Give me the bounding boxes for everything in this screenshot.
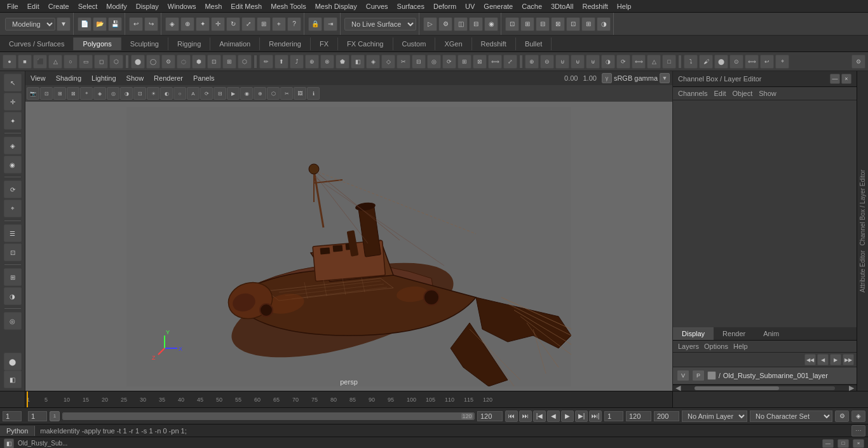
menu-edit-mesh[interactable]: Edit Mesh [226, 1, 266, 11]
disp2-btn[interactable]: ⊞ [520, 17, 534, 31]
range-bar[interactable]: 120 [62, 412, 475, 420]
vp-playback-btn[interactable]: ▶ [227, 87, 240, 100]
offset-btn[interactable]: ⤢ [503, 55, 517, 69]
select-mode-btn[interactable]: ↖ [4, 74, 22, 92]
poly-sphere2-btn[interactable]: ⬤ [131, 55, 145, 69]
scroll-left-btn[interactable]: ◀ [673, 385, 683, 391]
paint-select-btn[interactable]: ✦ [4, 112, 22, 130]
render-view-btn[interactable]: ◫ [454, 17, 468, 31]
poly-platonic-btn[interactable]: ⬡ [109, 55, 123, 69]
menu-mesh-display[interactable]: Mesh Display [311, 1, 362, 11]
menu-mesh-tools[interactable]: Mesh Tools [266, 1, 310, 11]
play-fwd-btn[interactable]: ▶ [561, 411, 574, 422]
new-file-btn[interactable]: 📄 [78, 17, 92, 31]
vp-view-menu[interactable]: View [28, 73, 48, 83]
vp-fit-btn[interactable]: ⊡ [40, 87, 53, 100]
disp7-btn[interactable]: ◑ [597, 17, 611, 31]
render-btn[interactable]: ▷ [423, 17, 437, 31]
poly-prim8-btn[interactable]: ⬡ [238, 55, 252, 69]
vp-show-menu[interactable]: Show [124, 73, 147, 83]
paint-btn[interactable]: ✦ [196, 17, 210, 31]
reverse-btn[interactable]: ↩ [760, 55, 774, 69]
vp-shadow-btn[interactable]: ◐ [160, 87, 173, 100]
tab-sculpting[interactable]: Sculpting [121, 37, 168, 50]
menu-display[interactable]: Display [132, 1, 163, 11]
vp-snap-btn[interactable]: ⌖ [80, 87, 93, 100]
menu-create[interactable]: Create [44, 1, 74, 11]
display-all-btn[interactable]: ⊡ [4, 243, 22, 261]
poly-disk-btn[interactable]: ◻ [94, 55, 108, 69]
panel-minimize-btn[interactable]: — [830, 74, 840, 84]
vp-lighting-menu[interactable]: Lighting [89, 73, 119, 83]
range-end-input[interactable] [477, 411, 503, 421]
pen-tool-btn[interactable]: ✏ [259, 55, 273, 69]
tab-bullet[interactable]: Bullet [516, 37, 552, 50]
tab-xgen[interactable]: XGen [435, 37, 471, 50]
open-file-btn[interactable]: 📂 [93, 17, 107, 31]
snap-curve-btn[interactable]: ⇥ [323, 17, 337, 31]
separate-btn[interactable]: ⊖ [540, 55, 554, 69]
tab-redshift[interactable]: Redshift [472, 37, 516, 50]
layer-tab-render[interactable]: Render [714, 327, 754, 340]
vp-shading-btn[interactable]: ◑ [120, 87, 133, 100]
quadrangulate-btn[interactable]: □ [662, 55, 676, 69]
sculpt-btn[interactable]: ⬤ [714, 55, 728, 69]
extrude-btn[interactable]: ⬆ [275, 55, 288, 69]
scroll-right-btn[interactable]: ▶ [846, 385, 857, 391]
poly-torus-btn[interactable]: ○ [64, 55, 78, 69]
relax-btn[interactable]: ⊙ [729, 55, 743, 69]
loop-tool-btn[interactable]: ⟳ [4, 180, 22, 198]
bool-union-btn[interactable]: ⊍ [555, 55, 569, 69]
go-end-btn[interactable]: ⏭| [589, 411, 602, 422]
timeline-numbers[interactable]: 1 5 10 15 20 25 30 35 40 45 50 55 60 65 … [25, 391, 672, 407]
layer-playback-btn[interactable]: P [692, 370, 705, 381]
vp-hud-btn[interactable]: ⊟ [214, 87, 226, 100]
vp-renderer-menu[interactable]: Renderer [151, 73, 186, 83]
window-icon[interactable]: ◧ [4, 438, 14, 449]
append-btn[interactable]: ⊕ [305, 55, 319, 69]
redo-btn[interactable]: ↪ [144, 17, 158, 31]
poly-prim7-btn[interactable]: ⊞ [222, 55, 236, 69]
layer-color-swatch[interactable] [707, 371, 716, 380]
poly-cylinder-btn[interactable]: ⬛ [33, 55, 47, 69]
step-back-btn[interactable]: ⏭ [519, 411, 532, 422]
soft-mod-btn[interactable]: ⌖ [272, 17, 286, 31]
snap-view-btn[interactable]: ⬤ [4, 353, 22, 370]
transform-mode-btn[interactable]: ✛ [4, 93, 22, 111]
anim-layer-dropdown[interactable]: No Anim Layer [682, 411, 747, 422]
settings-btn[interactable]: ⚙ [851, 55, 865, 69]
menu-curves[interactable]: Curves [362, 1, 393, 11]
channel-box-side-label[interactable]: Channel Box / Layer Editor [858, 167, 867, 248]
transfer-btn[interactable]: ⤵ [684, 55, 698, 69]
vp-clip-btn[interactable]: ✂ [280, 87, 293, 100]
timeline-playhead[interactable] [27, 391, 28, 407]
disp3-btn[interactable]: ⊟ [536, 17, 550, 31]
layer-tb-next2-btn[interactable]: ▶▶ [843, 354, 854, 365]
vp-panels-menu[interactable]: Panels [191, 73, 217, 83]
retopo-btn[interactable]: ⟳ [616, 55, 630, 69]
triangulate-btn[interactable]: △ [647, 55, 661, 69]
undo-btn[interactable]: ↩ [129, 17, 143, 31]
menu-surfaces[interactable]: Surfaces [393, 1, 429, 11]
ipr-btn[interactable]: ◉ [484, 17, 498, 31]
bevel-btn[interactable]: ◈ [366, 55, 380, 69]
layer-row[interactable]: V P / Old_Rusty_Submarine_001_layer [673, 367, 857, 384]
vp-cam-btn[interactable]: 📷 [27, 87, 39, 100]
scroll-track[interactable] [695, 386, 835, 390]
win-maximize-btn[interactable]: □ [837, 439, 849, 448]
render-seq-btn[interactable]: ⊟ [469, 17, 483, 31]
mode-dropdown[interactable]: Modeling [5, 18, 55, 31]
vp-obj-btn[interactable]: ◎ [107, 87, 119, 100]
wedge-btn[interactable]: ◧ [351, 55, 365, 69]
prev-frame-btn[interactable]: |◀ [533, 411, 546, 422]
live-surface-dropdown[interactable]: No Live Surface [344, 18, 416, 31]
vp-sculpt-btn[interactable]: ◈ [93, 87, 106, 100]
scale-btn[interactable]: ⤢ [241, 17, 255, 31]
move-btn[interactable]: ✛ [211, 17, 225, 31]
cut-btn[interactable]: ✂ [397, 55, 410, 69]
menu-deform[interactable]: Deform [429, 1, 461, 11]
connect-btn[interactable]: ⊟ [412, 55, 426, 69]
lasso-btn[interactable]: ⊕ [180, 17, 194, 31]
cb-menu-object[interactable]: Object [732, 88, 752, 98]
universal-btn[interactable]: ⊞ [257, 17, 271, 31]
